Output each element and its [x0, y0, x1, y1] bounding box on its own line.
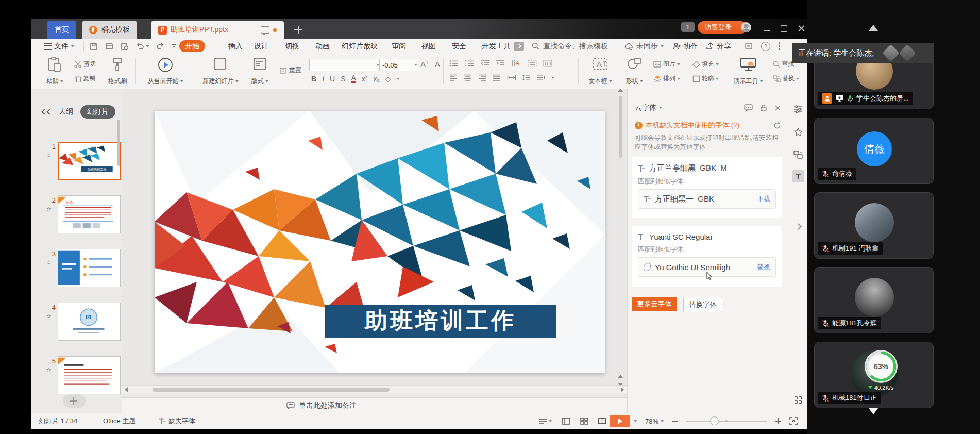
slides-tab[interactable]: 幻灯片	[80, 105, 115, 119]
line-spacing-icon[interactable]	[522, 74, 531, 81]
align-text-icon[interactable]	[528, 60, 537, 67]
columns-icon[interactable]	[543, 60, 552, 67]
zoom-level[interactable]: 78%	[645, 413, 664, 429]
download-link[interactable]: 下载	[757, 194, 770, 204]
participant-tile-loading[interactable]: 63% 40.2K/s 机械181付日正	[814, 342, 934, 408]
fill-button[interactable]: 填充	[692, 60, 719, 69]
bold-button[interactable]: B	[311, 75, 316, 83]
text-effects-caret[interactable]	[397, 78, 400, 80]
layout-button[interactable]: 版式	[246, 57, 273, 86]
comment-icon[interactable]	[744, 104, 753, 112]
panel-scrollbar[interactable]	[117, 120, 120, 166]
zoom-out-button[interactable]	[671, 413, 679, 429]
notes-bar[interactable]: 单击此处添加备注	[122, 397, 627, 413]
slideshow-play-button[interactable]	[610, 415, 630, 427]
subscript-button[interactable]: x₂	[374, 75, 380, 83]
close-panel-icon[interactable]	[774, 105, 781, 111]
italic-button[interactable]: I	[322, 75, 324, 83]
zoom-in-button[interactable]	[774, 413, 782, 429]
scroll-left-icon[interactable]	[125, 387, 128, 392]
increase-indent-icon[interactable]	[496, 60, 505, 67]
play-from-current-button[interactable]: 从当前开始	[142, 57, 189, 86]
text-direction-icon[interactable]: A	[511, 60, 521, 67]
menu-item-transition[interactable]: 切换	[279, 40, 305, 52]
new-tab-button[interactable]	[293, 24, 304, 36]
theme-indicator[interactable]: Office 主题	[103, 413, 136, 429]
slide-editor[interactable]: 助班培训工作	[155, 111, 605, 373]
scroll-right-icon[interactable]	[621, 387, 624, 392]
collapse-panel-icon[interactable]	[42, 110, 52, 114]
replace-fonts-button[interactable]: 替换字体	[683, 297, 722, 312]
menu-item-review[interactable]: 审阅	[386, 40, 412, 52]
page-buttons[interactable]	[616, 375, 624, 386]
redo-icon[interactable]	[156, 43, 164, 50]
justify-icon[interactable]	[493, 74, 501, 81]
fit-slide-button[interactable]	[789, 413, 798, 429]
reading-view-button[interactable]	[598, 413, 606, 429]
help-icon[interactable]: ?	[761, 42, 770, 51]
missing-fonts-indicator[interactable]: 缺失字体	[159, 413, 195, 429]
pin-lock-icon[interactable]	[760, 104, 767, 112]
minimize-button[interactable]	[763, 24, 772, 32]
slide-thumbnail-2[interactable]: 2 ☆ 前言	[31, 195, 122, 242]
align-right-icon[interactable]	[478, 74, 486, 81]
fonts-panel-icon[interactable]: T	[792, 170, 804, 182]
participant-tile[interactable]: 倩薇 俞倩薇	[814, 118, 934, 184]
slide-thumbnail-4[interactable]: 4 ☆ 01	[31, 303, 122, 349]
find-button[interactable]: 查找	[773, 60, 794, 69]
font-color-button[interactable]: A	[351, 74, 356, 83]
more-quick-icon[interactable]	[172, 44, 176, 48]
collaborate-button[interactable]: 协作	[673, 39, 698, 54]
reset-button[interactable]: 重置	[279, 66, 301, 75]
increase-font-icon[interactable]: A⁺	[420, 60, 430, 69]
paragraph-spacing-icon[interactable]	[537, 74, 545, 81]
effects-star-icon[interactable]	[792, 126, 804, 138]
paste-button[interactable]: 粘贴	[39, 57, 71, 86]
shapes-button[interactable]: 形状	[621, 57, 647, 86]
more-tabs-button[interactable]	[514, 42, 524, 51]
replace-link[interactable]: 替换	[757, 262, 770, 272]
save-icon[interactable]	[90, 42, 98, 51]
scroll-down-icon[interactable]	[869, 408, 878, 414]
arrange-button[interactable]: 排列	[653, 74, 680, 83]
tab-document[interactable]: P 助班培训PPT.pptx	[151, 21, 284, 39]
participant-tile[interactable]: 能源181孔令辉	[814, 267, 934, 333]
cut-button[interactable]: 剪切	[74, 60, 96, 69]
superscript-button[interactable]: x²	[362, 75, 368, 83]
tab-docer[interactable]: 稻壳模板	[82, 21, 137, 39]
share-button[interactable]: 分享	[706, 39, 731, 54]
more-menu-icon[interactable]	[779, 45, 780, 47]
app-grid-icon[interactable]	[792, 394, 804, 406]
play-options-caret[interactable]	[634, 413, 637, 429]
scrollbar-thumb[interactable]	[153, 388, 390, 392]
decrease-indent-icon[interactable]	[480, 60, 489, 67]
horizontal-scrollbar[interactable]	[122, 385, 627, 394]
copy-button[interactable]: 复制	[74, 74, 95, 83]
slide-thumbnail-3[interactable]: 3 ☆	[31, 249, 122, 295]
tab-home[interactable]: 首页	[47, 21, 76, 39]
participant-tile[interactable]: 机制191 冯耿鑫	[814, 192, 934, 259]
menu-item-home[interactable]: 开始	[179, 40, 205, 52]
slide-sorter-button[interactable]	[580, 413, 588, 429]
outline-button[interactable]: 轮廓	[692, 74, 719, 83]
bullet-list-icon[interactable]	[449, 60, 459, 67]
vertical-scrollbar[interactable]	[618, 89, 623, 367]
zoom-slider-knob[interactable]	[710, 416, 719, 425]
underline-button[interactable]: U	[330, 75, 335, 83]
refresh-icon[interactable]	[773, 122, 781, 129]
more-cloud-fonts-button[interactable]: 更多云字体	[632, 297, 677, 311]
collapse-strip-icon[interactable]	[792, 220, 804, 232]
replace-button[interactable]: 替换	[773, 74, 799, 83]
outline-tab[interactable]: 大纲	[59, 107, 73, 116]
align-left-icon[interactable]	[449, 74, 458, 81]
menu-item-view[interactable]: 视图	[416, 40, 442, 52]
format-painter-button[interactable]: 格式刷	[104, 57, 131, 86]
picture-button[interactable]: 图片	[653, 60, 680, 69]
previous-slide-icon[interactable]	[618, 375, 623, 378]
export-icon[interactable]	[105, 42, 113, 51]
menu-item-security[interactable]: 安全	[446, 40, 472, 52]
print-preview-icon[interactable]	[121, 42, 129, 51]
menu-item-devtools[interactable]: 开发工具	[476, 40, 516, 52]
distribute-icon[interactable]	[507, 74, 516, 81]
matched-font-row[interactable]: 方正细黑一_GBK 下载	[638, 189, 776, 209]
